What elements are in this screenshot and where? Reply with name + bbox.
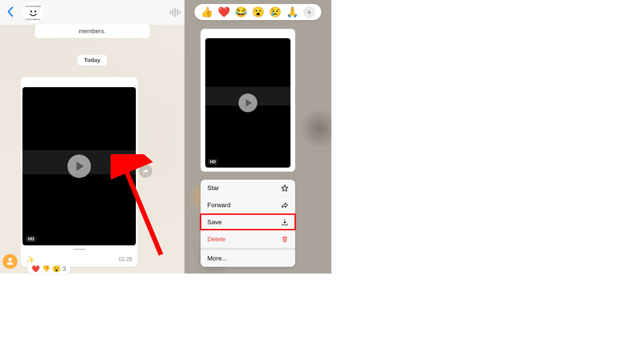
menu-forward-label: Forward	[207, 201, 231, 209]
date-separator: Today	[77, 55, 107, 66]
reaction-more-button[interactable]: ＋	[303, 6, 315, 18]
reaction-thumbs-up[interactable]: 👍	[201, 7, 213, 17]
forward-icon	[142, 168, 149, 174]
message-timestamp: 02:28	[119, 256, 132, 262]
menu-delete-label: Delete	[207, 236, 226, 243]
chat-header: IT'S A GOOD WEEK TO HAVE A GOOD	[0, 0, 184, 25]
back-button[interactable]	[4, 7, 17, 18]
menu-forward[interactable]: Forward	[201, 197, 295, 214]
hd-badge: HD	[26, 236, 36, 242]
video-thumbnail[interactable]: HD	[205, 38, 290, 168]
reaction-pray[interactable]: 🙏	[286, 7, 299, 17]
play-button[interactable]	[67, 155, 91, 178]
reaction-laugh[interactable]: 😂	[235, 7, 247, 17]
forward-button[interactable]	[139, 164, 152, 178]
reaction-count: 3	[63, 265, 66, 273]
reaction-emoji: ❤️	[32, 265, 40, 273]
video-thumbnail[interactable]: HD	[22, 87, 136, 245]
sender-avatar[interactable]	[3, 254, 17, 269]
menu-more[interactable]: More...	[201, 248, 295, 267]
reaction-cry[interactable]: 😢	[269, 7, 281, 17]
video-message-bubble[interactable]: HD ✨ 02:28 ❤️ 👎 😮 3	[21, 77, 138, 267]
play-button[interactable]	[238, 94, 257, 112]
context-menu: Star Forward Save Delete More...	[201, 180, 295, 267]
svg-point-2	[31, 11, 32, 12]
download-icon	[281, 219, 288, 226]
group-avatar[interactable]: IT'S A GOOD WEEK TO HAVE A GOOD	[23, 2, 44, 23]
hd-badge: HD	[208, 159, 218, 165]
reaction-picker: 👍 ❤️ 😂 😮 😢 🙏 ＋	[195, 4, 321, 20]
caption-grabber	[73, 249, 85, 250]
voice-message-icon[interactable]	[170, 8, 180, 17]
menu-more-label: More...	[207, 255, 227, 262]
reaction-heart[interactable]: ❤️	[218, 7, 230, 17]
star-icon	[281, 184, 288, 192]
forward-icon	[281, 201, 288, 209]
menu-save-label: Save	[207, 219, 222, 226]
play-icon	[76, 162, 84, 171]
system-message: members.	[35, 24, 150, 38]
svg-text:TO HAVE A GOOD: TO HAVE A GOOD	[26, 18, 40, 20]
menu-star[interactable]: Star	[201, 180, 295, 197]
sparkle-emoji: ✨	[26, 255, 35, 263]
message-footer: ✨ 02:28	[21, 245, 137, 266]
menu-star-label: Star	[207, 184, 219, 192]
play-icon	[246, 99, 252, 107]
reactions-summary[interactable]: ❤️ 👎 😮 3	[28, 263, 70, 274]
menu-delete[interactable]: Delete	[201, 231, 295, 248]
whatsapp-context-menu-screenshot-right: 👍 ❤️ 😂 😮 😢 🙏 ＋ HD Star Forward Save De	[184, 0, 331, 274]
svg-text:IT'S A GOOD WEEK: IT'S A GOOD WEEK	[25, 5, 41, 7]
reaction-surprised[interactable]: 😮	[252, 7, 264, 17]
svg-point-3	[35, 11, 36, 12]
trash-icon	[281, 236, 288, 243]
whatsapp-chat-screenshot-left: IT'S A GOOD WEEK TO HAVE A GOOD members.…	[0, 0, 184, 274]
reaction-emoji: 👎	[42, 265, 50, 273]
reaction-emoji: 😮	[52, 265, 61, 273]
menu-save[interactable]: Save	[201, 214, 295, 231]
message-preview-bubble: HD	[201, 29, 295, 172]
person-icon	[6, 257, 14, 266]
smiley-logo-icon: IT'S A GOOD WEEK TO HAVE A GOOD	[23, 2, 44, 23]
